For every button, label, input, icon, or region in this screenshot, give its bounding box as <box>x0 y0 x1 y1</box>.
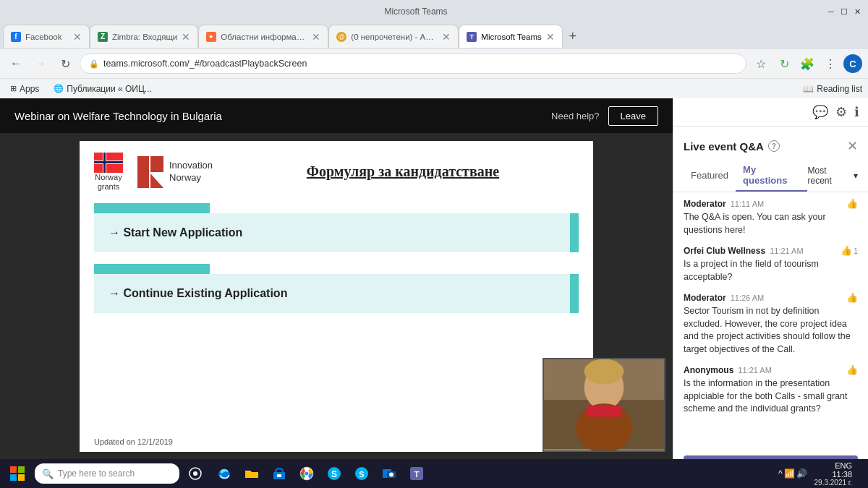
clock-display[interactable]: ENG 11:38 29.3.2021 г. <box>814 461 852 487</box>
menu-icon[interactable]: ⋮ <box>820 53 841 74</box>
svg-text:S: S <box>359 470 364 479</box>
norway-line2: grants <box>98 182 120 191</box>
new-tab-button[interactable]: + <box>563 26 583 46</box>
qa-help-icon[interactable]: ? <box>768 140 780 152</box>
camera-person <box>544 359 664 450</box>
app-row-2: → Continue Existing Application <box>80 264 593 313</box>
need-help-text: Need help? <box>551 111 600 121</box>
leave-button[interactable]: Leave <box>608 106 658 126</box>
tab-facebook-close[interactable]: ✕ <box>73 32 82 42</box>
bookmark-icon: 🌐 <box>54 84 64 93</box>
close-button[interactable]: ✕ <box>852 7 862 17</box>
profile-button[interactable]: C <box>843 54 862 73</box>
system-tray: ^ 📶 🔊 ENG 11:38 29.3.2021 г. <box>778 459 865 488</box>
tab-oblastni-close[interactable]: ✕ <box>312 32 320 42</box>
tab-abv[interactable]: @ (0 непрочетени) - АБВ поща ✕ <box>328 25 459 48</box>
tab-teams[interactable]: T Microsoft Teams ✕ <box>459 25 563 48</box>
bookmark-star-icon[interactable]: ☆ <box>751 53 771 74</box>
bookmark-apps-label: Apps <box>20 84 39 94</box>
chrome-icon <box>299 466 314 481</box>
qa-msg-header-3: Moderator 11:26 AM 👍 <box>684 292 858 303</box>
tab-oblastni[interactable]: ✦ Областни информационни ц... ✕ <box>198 25 328 48</box>
norway-flag <box>94 153 123 173</box>
start-button[interactable] <box>3 459 32 488</box>
qa-message-1: Moderator 11:11 AM 👍 The Q&A is open. Yo… <box>684 198 858 236</box>
sender-2: Orfei Club Wellness <box>684 246 765 256</box>
sender-4: Anonymous <box>684 365 733 375</box>
volume-tray-icon[interactable]: 🔊 <box>796 468 807 479</box>
svg-rect-10 <box>18 466 25 473</box>
reload-button[interactable]: ↻ <box>55 53 75 74</box>
app-box-2: → Continue Existing Application <box>94 274 579 313</box>
svg-marker-2 <box>150 174 163 188</box>
like-button-4[interactable]: 👍 <box>846 364 858 375</box>
slide-footer: Updated on 12/1/2019 <box>94 437 173 446</box>
slide-header: Norway grants Innovation No <box>80 141 593 197</box>
edge-icon <box>217 466 231 481</box>
innovation-line2: Norway <box>169 172 201 183</box>
app2-label: → Continue Existing Application <box>109 287 287 300</box>
chat-icon[interactable]: 💬 <box>812 104 828 120</box>
like-button-2[interactable]: 👍 1 <box>841 245 858 256</box>
sort-dropdown[interactable]: Most recent ▾ <box>807 166 858 186</box>
task-view-button[interactable] <box>182 461 208 487</box>
taskbar-folder-icon[interactable] <box>239 461 265 487</box>
skype2-icon: S <box>354 466 369 481</box>
svg-rect-1 <box>150 156 163 172</box>
wifi-icon[interactable]: 📶 <box>784 468 795 479</box>
search-icon: 🔍 <box>42 468 54 479</box>
url-bar[interactable]: 🔒 teams.microsoft.com/_#/broadcastPlayba… <box>80 53 746 74</box>
taskbar-skype-icon[interactable]: S <box>321 461 347 487</box>
bookmark-apps[interactable]: ⊞ Apps <box>6 82 43 95</box>
forward-button[interactable]: → <box>30 53 51 74</box>
teams-favicon: T <box>467 32 477 42</box>
reading-list-button[interactable]: 📖 Reading list <box>803 84 862 94</box>
lang-label: ENG <box>835 461 852 470</box>
back-button[interactable]: ← <box>6 53 26 74</box>
tray-icons: ^ 📶 🔊 <box>778 468 807 479</box>
maximize-button[interactable]: ☐ <box>839 7 849 17</box>
show-desktop-button[interactable] <box>855 459 859 488</box>
teams2-icon: T <box>409 466 424 481</box>
reading-list-icon: 📖 <box>803 84 814 94</box>
video-area: Webinar on Welfare Technology in Bulgari… <box>0 98 673 488</box>
teal-accent-2 <box>570 274 579 313</box>
tab-featured[interactable]: Featured <box>684 166 736 187</box>
like-button-3[interactable]: 👍 <box>846 292 858 303</box>
webinar-header: Webinar on Welfare Technology in Bulgari… <box>0 98 673 133</box>
tray-up-icon[interactable]: ^ <box>778 468 783 479</box>
taskbar-skype2-icon[interactable]: S <box>349 461 375 487</box>
qa-message-2: Orfei Club Wellness 11:21 AM 👍 1 Is a pr… <box>684 245 858 283</box>
taskbar-chrome-icon[interactable] <box>294 461 320 487</box>
taskbar-teams2-icon[interactable]: T <box>404 461 430 487</box>
taskbar-store-icon[interactable] <box>266 461 292 487</box>
norway-grants-logo: Norway grants <box>94 153 123 192</box>
extensions-icon[interactable]: 🧩 <box>797 53 817 74</box>
taskbar-search[interactable]: 🔍 Type here to search <box>35 463 179 484</box>
like-button-1[interactable]: 👍 <box>846 198 858 209</box>
tab-abv-close[interactable]: ✕ <box>442 32 451 42</box>
tab-zimbra-close[interactable]: ✕ <box>182 32 190 42</box>
reload-icon[interactable]: ↻ <box>774 53 794 74</box>
time-3: 11:26 AM <box>731 294 764 302</box>
qa-close-button[interactable]: ✕ <box>847 138 858 154</box>
tab-zimbra[interactable]: Z Zimbra: Входящи ✕ <box>90 25 198 48</box>
folder-icon <box>244 466 259 481</box>
info-icon[interactable]: ℹ <box>854 104 859 120</box>
bookmark-publikacii[interactable]: 🌐 Публикации « ОИЦ... <box>49 82 156 95</box>
abv-favicon: @ <box>336 32 346 42</box>
sort-label: Most recent <box>807 166 851 186</box>
svg-rect-11 <box>10 474 17 481</box>
settings-panel-icon[interactable]: ⚙ <box>835 104 847 120</box>
tab-teams-close[interactable]: ✕ <box>546 32 555 42</box>
tab-my-questions[interactable]: My questions <box>736 160 807 192</box>
taskbar-outlook-icon[interactable] <box>376 461 402 487</box>
teal-bar-1 <box>94 203 210 213</box>
chevron-down-icon: ▾ <box>854 171 858 181</box>
minimize-button[interactable]: ─ <box>826 7 836 17</box>
taskbar-edge-icon[interactable] <box>211 461 237 487</box>
tab-facebook[interactable]: f Facebook ✕ <box>3 25 90 48</box>
bookmark-publikacii-label: Публикации « ОИЦ... <box>67 84 151 94</box>
tab-teams-label: Microsoft Teams <box>481 33 542 41</box>
teal-bar-2 <box>94 264 210 274</box>
